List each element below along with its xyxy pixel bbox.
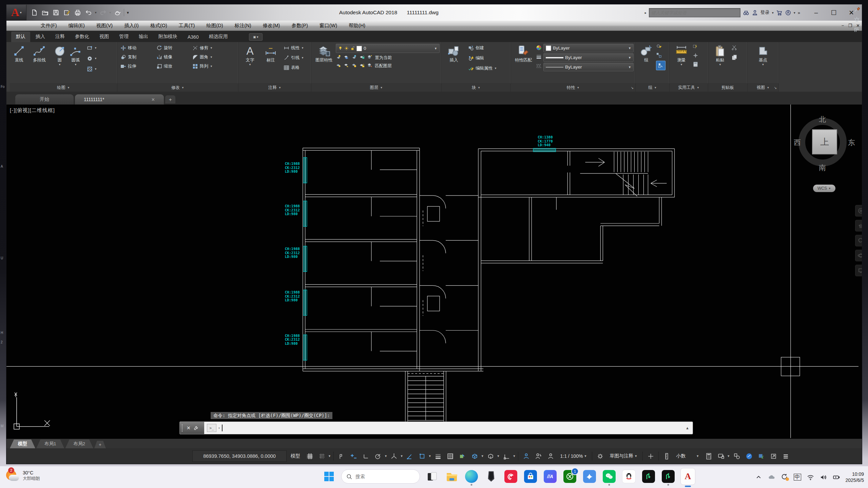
panel-title-utilities[interactable]: 实用工具▼	[670, 83, 708, 92]
move-button[interactable]: 移动	[119, 44, 154, 52]
infocenter-collapse-icon[interactable]: ▸	[645, 11, 647, 15]
weather-widget[interactable]: 2 30°C 大部晴朗	[5, 469, 40, 483]
annotation-scale-display[interactable]: 1:1 / 100%▼	[557, 451, 590, 462]
snap-mode-icon[interactable]	[316, 451, 327, 462]
menu-help[interactable]: 帮助(H)	[343, 21, 371, 31]
command-history-toggle[interactable]: ▲	[686, 426, 689, 430]
save-button[interactable]	[52, 8, 60, 17]
ui-lock-dropdown[interactable]: ▼	[727, 454, 730, 458]
panel-title-draw[interactable]: 绘图▼	[10, 83, 117, 92]
create-block-icon[interactable]: 创建	[467, 44, 498, 52]
ime-indicator[interactable]: 中	[794, 474, 801, 481]
units-ruler-icon[interactable]	[661, 451, 672, 462]
quick-calculator-icon[interactable]	[693, 61, 698, 69]
drawing-canvas[interactable]: CH:1988CK:2312LD:980 CH:1988CK:2312LD:98…	[6, 105, 862, 439]
command-close-icon[interactable]: ✕	[187, 425, 191, 431]
wechat-icon[interactable]	[602, 469, 617, 484]
transparency-icon[interactable]	[445, 451, 456, 462]
volume-icon[interactable]	[820, 474, 827, 481]
annotation-scale-icon[interactable]	[545, 451, 556, 462]
layer-off-icon[interactable]	[336, 54, 341, 61]
file-tab-document[interactable]: 11111111*✕	[75, 94, 164, 105]
leader-icon[interactable]: 引线▼	[282, 54, 305, 62]
lineweight-display-icon[interactable]	[433, 451, 444, 462]
set-current-label[interactable]: 置为当前	[375, 55, 392, 61]
copy-clip-icon[interactable]	[731, 54, 737, 62]
dynamic-input-icon[interactable]	[348, 451, 359, 462]
properties-dialog-launcher[interactable]: ↘	[631, 86, 634, 90]
taskbar-search[interactable]	[341, 469, 420, 484]
blue-a-app-icon[interactable]: //A	[543, 469, 558, 484]
panel-title-modify[interactable]: 修改▼	[117, 83, 238, 92]
quick-select-icon[interactable]	[693, 44, 698, 51]
panel-title-view[interactable]: 视图▼↘	[748, 83, 778, 92]
ribbon-tab-manage[interactable]: 管理	[114, 32, 133, 42]
layer-unlock-icon[interactable]	[359, 62, 365, 69]
plot-button[interactable]	[73, 8, 82, 17]
osnap-dropdown[interactable]: ▼	[428, 454, 431, 458]
command-input[interactable]: >_ ▾ ▲	[204, 424, 693, 432]
ucs-icon-toggle[interactable]	[501, 451, 512, 462]
text-button[interactable]: A 文字▼	[240, 44, 260, 67]
linetype-list-icon[interactable]	[536, 63, 542, 70]
base-point-button[interactable]: 基点▼	[753, 44, 774, 67]
compass-top-face[interactable]: 上	[812, 129, 837, 154]
polar-tracking-icon[interactable]	[373, 451, 384, 462]
search-binoculars-icon[interactable]	[743, 10, 749, 16]
group-selection-toggle[interactable]	[656, 61, 666, 70]
ucs-dropdown[interactable]: ▼	[513, 454, 516, 458]
annotation-visibility-icon[interactable]	[521, 451, 532, 462]
model-space-button[interactable]: 模型	[288, 451, 303, 462]
maximize-button[interactable]: ☐	[829, 9, 838, 17]
sign-in-button[interactable]: 登录	[760, 10, 770, 16]
graphics-performance-icon[interactable]	[756, 451, 767, 462]
layer-on-icon[interactable]	[336, 62, 341, 69]
wcs-dropdown[interactable]: WCS▼	[813, 185, 835, 192]
help-search-input[interactable]	[649, 10, 740, 15]
isometric-drafting-icon[interactable]	[389, 451, 400, 462]
taskbar-search-input[interactable]	[355, 473, 407, 480]
customize-status-icon[interactable]	[780, 451, 791, 462]
autocad-taskbar-icon[interactable]: A	[680, 469, 695, 484]
edit-block-icon[interactable]: 编辑	[467, 54, 498, 62]
menu-format[interactable]: 格式(O)	[144, 21, 173, 31]
infocenter-expand[interactable]: »	[798, 10, 800, 15]
arc-button[interactable]: 圆弧▼	[68, 44, 83, 67]
wifi-icon[interactable]	[807, 474, 814, 481]
line-button[interactable]: 直线	[12, 44, 26, 63]
hardware-acceleration-icon[interactable]	[744, 451, 754, 462]
panel-title-annotate[interactable]: 注释▼	[238, 83, 311, 92]
app-store-cart-icon[interactable]	[776, 10, 783, 16]
match-layer-icon[interactable]	[367, 62, 372, 69]
command-bar-grip[interactable]: ✕	[180, 422, 204, 434]
infer-constraints-icon[interactable]	[336, 451, 347, 462]
ribbon-tab-output[interactable]: 输出	[134, 32, 153, 42]
ribbon-tab-parametric[interactable]: 参数化	[70, 32, 94, 42]
ungroup-icon[interactable]	[656, 52, 666, 59]
paste-button[interactable]: 粘贴▼	[710, 44, 730, 67]
explode-icon[interactable]	[854, 17, 860, 24]
onedrive-icon[interactable]	[768, 474, 775, 481]
hatch-tool-icon[interactable]: ▼	[85, 65, 98, 73]
dimension-button[interactable]: 标注	[261, 44, 281, 63]
compass-north[interactable]: 北	[819, 115, 826, 124]
ribbon-tab-home[interactable]: 默认	[11, 32, 30, 42]
ribbon-tab-view[interactable]: 视图	[95, 32, 114, 42]
linetype-dropdown[interactable]: ByLayer▼	[543, 63, 634, 71]
menu-insert[interactable]: 插入(I)	[118, 21, 144, 31]
redo-dropdown[interactable]: ▾	[110, 11, 111, 14]
menu-tools[interactable]: 工具(T)	[173, 21, 201, 31]
doc-restore-button[interactable]: ❐	[848, 23, 852, 28]
circle-button[interactable]: 圆▼	[52, 44, 67, 67]
lineweight-list-icon[interactable]	[536, 54, 542, 61]
fillet-button[interactable]: 圆角▼	[191, 53, 226, 61]
application-menu-button[interactable]: A▾	[6, 5, 26, 20]
clock[interactable]: 10:09 2025/6/5	[846, 471, 864, 483]
mirror-button[interactable]: 镜像	[155, 53, 190, 61]
new-drawing-tab-button[interactable]: ＋	[165, 95, 175, 104]
group-button[interactable]: 组	[637, 44, 655, 63]
green-arrow-app-icon[interactable]	[641, 469, 656, 484]
viewport-controls[interactable]: [-][俯视][二维线框]	[10, 107, 55, 114]
file-tab-close-icon[interactable]: ✕	[151, 97, 155, 102]
compass-east[interactable]: 东	[848, 138, 855, 147]
